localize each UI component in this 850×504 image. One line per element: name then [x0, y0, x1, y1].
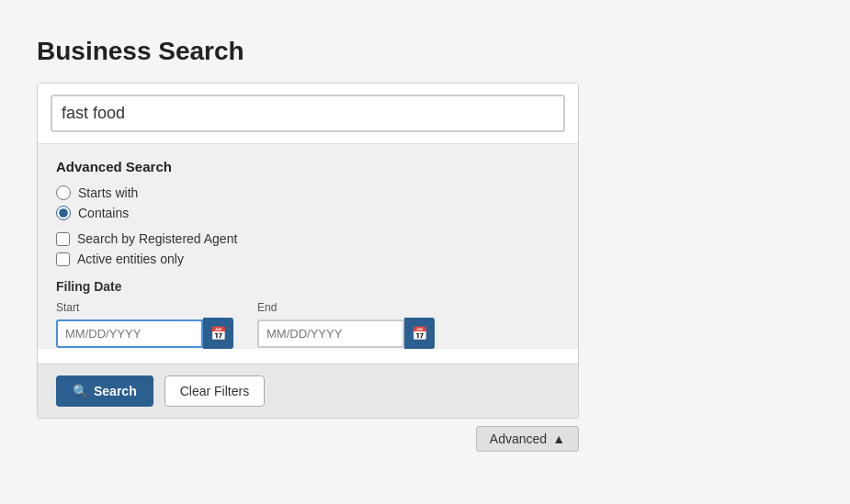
filing-date-label: Filing Date: [56, 279, 560, 294]
advanced-toggle-label: Advanced: [490, 431, 547, 446]
clear-filters-button[interactable]: Clear Filters: [164, 375, 265, 407]
radio-starts-with-label: Starts with: [78, 185, 138, 200]
page-title: Business Search: [37, 37, 813, 66]
checkbox-registered-agent[interactable]: Search by Registered Agent: [56, 231, 560, 246]
clear-filters-label: Clear Filters: [180, 384, 249, 398]
date-row: Start 📅 End: [56, 301, 560, 349]
end-date-input[interactable]: [257, 319, 404, 348]
calendar-icon-end: 📅: [412, 326, 427, 341]
checkbox-active-only-label: Active entities only: [77, 252, 184, 266]
start-date-input-wrapper: 📅: [56, 318, 233, 349]
start-date-group: Start 📅: [56, 301, 233, 349]
radio-starts-with[interactable]: Starts with: [56, 185, 560, 200]
search-icon: 🔍: [73, 384, 88, 398]
start-date-input[interactable]: [56, 319, 203, 348]
search-input-row: [38, 84, 578, 143]
action-bar: 🔍 Search Clear Filters: [38, 364, 578, 418]
end-calendar-button[interactable]: 📅: [404, 318, 435, 349]
start-date-label: Start: [56, 301, 233, 314]
search-button-label: Search: [94, 384, 137, 398]
advanced-section: Advanced Search Starts with Contains Sea…: [38, 143, 578, 349]
calendar-icon: 📅: [210, 326, 226, 341]
radio-contains-label: Contains: [78, 206, 129, 220]
start-calendar-button[interactable]: 📅: [203, 318, 233, 349]
radio-group: Starts with Contains: [56, 185, 560, 220]
advanced-toggle-button[interactable]: Advanced ▲: [476, 426, 579, 452]
search-input[interactable]: [51, 95, 565, 132]
radio-contains[interactable]: Contains: [56, 206, 560, 220]
advanced-toggle-row: Advanced ▲: [37, 419, 579, 455]
checkbox-active-only[interactable]: Active entities only: [56, 252, 560, 266]
checkbox-group: Search by Registered Agent Active entiti…: [56, 231, 560, 266]
checkbox-registered-agent-label: Search by Registered Agent: [77, 231, 237, 246]
search-button[interactable]: 🔍 Search: [56, 375, 153, 407]
checkbox-active-only-input[interactable]: [56, 252, 70, 266]
checkbox-registered-agent-input[interactable]: [56, 232, 70, 246]
end-date-label: End: [257, 301, 435, 314]
advanced-search-title: Advanced Search: [56, 159, 560, 174]
end-date-group: End 📅: [257, 301, 435, 349]
radio-starts-with-input[interactable]: [56, 185, 71, 200]
search-panel: Advanced Search Starts with Contains Sea…: [37, 83, 579, 419]
radio-contains-input[interactable]: [56, 206, 71, 220]
chevron-up-icon: ▲: [552, 431, 565, 446]
end-date-input-wrapper: 📅: [257, 318, 435, 349]
filing-date-section: Filing Date Start 📅 End: [56, 279, 560, 349]
